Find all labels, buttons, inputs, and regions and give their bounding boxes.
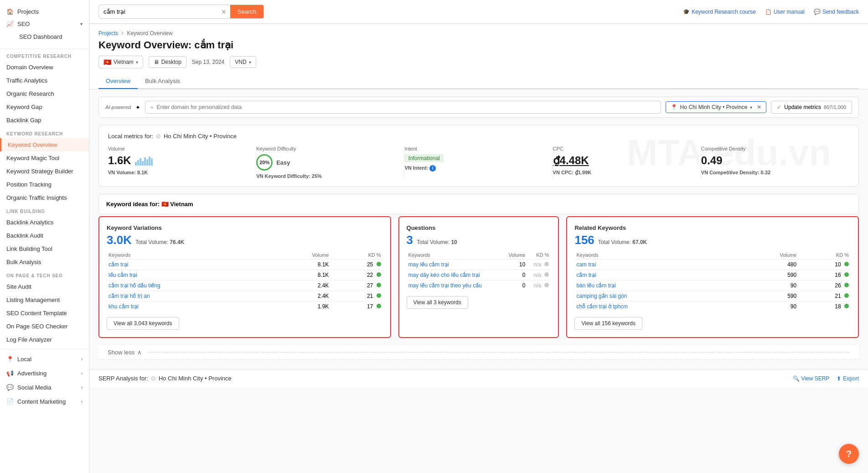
tab-bulk-analysis[interactable]: Bulk Analysis xyxy=(138,74,187,89)
local-chevron-icon: › xyxy=(81,357,83,362)
sidebar-category-content-marketing[interactable]: 📄 Content Marketing › xyxy=(0,395,89,409)
social-icon: 💬 xyxy=(6,384,14,391)
view-all-related-button[interactable]: View all 156 keywords xyxy=(574,317,642,330)
comp-density-sub: VN Competitive Density: 0.32 xyxy=(701,170,840,175)
keyword-cell: lều cắm trại xyxy=(107,270,270,281)
sidebar-item-backlink-analytics[interactable]: Backlink Analytics xyxy=(0,216,89,229)
sidebar-item-organic-insights[interactable]: Organic Traffic Insights xyxy=(0,191,89,204)
ai-star-icon: ✦ xyxy=(135,104,140,111)
keyword-link[interactable]: may lều cắm trại theo yêu cầu xyxy=(408,282,482,289)
sidebar-item-link-building-tool[interactable]: Link Building Tool xyxy=(0,242,89,255)
table-row: bán lều cắm trại 90 26 xyxy=(574,281,851,291)
breadcrumb-separator: > xyxy=(121,30,124,36)
keyword-link[interactable]: may dây kéo cho lều cắm trại xyxy=(408,272,480,278)
keyword-link[interactable]: cắm trại xyxy=(108,261,128,268)
main-content: ✕ Search 🎓 Keyword Research course 📋 Use… xyxy=(89,0,868,473)
advertising-label: Advertising xyxy=(17,370,46,377)
sidebar-item-keyword-magic[interactable]: Keyword Magic Tool xyxy=(0,151,89,165)
variations-table: Keywords Volume KD % cắm trại 8.1K 25 lề… xyxy=(107,251,383,312)
ai-domain-input[interactable] xyxy=(156,104,656,110)
sidebar-item-projects[interactable]: 🏠 Projects xyxy=(6,5,83,18)
related-count-row: 156 Total Volume: 67.0K xyxy=(574,233,851,251)
sidebar-item-keyword-gap[interactable]: Keyword Gap xyxy=(0,100,89,114)
manual-icon: 📋 xyxy=(765,9,772,15)
sidebar-item-site-audit[interactable]: Site Audit xyxy=(0,280,89,293)
sidebar-item-domain-overview[interactable]: Domain Overview xyxy=(0,61,89,74)
country-filter-button[interactable]: 🇻🇳 Vietnam ▾ xyxy=(98,56,143,68)
sidebar-item-log-file-analyzer[interactable]: Log File Analyzer xyxy=(0,333,89,346)
sidebar-category-social-media[interactable]: 💬 Social Media › xyxy=(0,380,89,395)
update-metrics-button[interactable]: ✓ Update metrics 807/1,000 xyxy=(771,101,852,114)
sidebar-item-backlink-audit[interactable]: Backlink Audit xyxy=(0,229,89,242)
keyword-link[interactable]: chỗ cắm trại ở tphcm xyxy=(576,303,628,310)
view-all-questions-button[interactable]: View all 3 keywords xyxy=(407,296,468,309)
volume-cell: 2.4K xyxy=(270,291,331,301)
keyword-cell: may lều cắm trại xyxy=(407,260,502,270)
keyword-cell: cắm trại hồ dầu tiếng xyxy=(107,281,270,291)
breadcrumb-current: Keyword Overview xyxy=(127,30,172,36)
sidebar-item-seo-content-template[interactable]: SEO Content Template xyxy=(0,307,89,320)
organic-insights-label: Organic Traffic Insights xyxy=(6,194,67,201)
keyword-strategy-label: Keyword Strategy Builder xyxy=(6,168,73,175)
sidebar-category-advertising[interactable]: 📢 Advertising › xyxy=(0,366,89,380)
tab-overview[interactable]: Overview xyxy=(98,74,138,89)
search-input[interactable] xyxy=(99,5,217,18)
kd-cell: 10 xyxy=(798,260,851,270)
send-feedback-link[interactable]: 💬 Send feedback xyxy=(814,9,859,15)
sidebar-category-local[interactable]: 📍 Local › xyxy=(0,352,89,366)
sidebar-item-traffic-analytics[interactable]: Traffic Analytics xyxy=(0,74,89,87)
location-tag[interactable]: 📍 Ho Chi Minh City • Province ▾ ✕ xyxy=(666,101,767,113)
user-manual-link[interactable]: 📋 User manual xyxy=(765,9,805,15)
keyword-link[interactable]: lều cắm trại xyxy=(108,272,137,278)
keyword-link[interactable]: cắm trại hồ trị an xyxy=(108,293,150,299)
breadcrumb-projects[interactable]: Projects xyxy=(98,30,118,36)
link-building-tool-label: Link Building Tool xyxy=(6,245,52,252)
backlink-gap-label: Backlink Gap xyxy=(6,117,41,124)
currency-filter-button[interactable]: VND ▾ xyxy=(230,56,256,68)
flag-icon: 🇻🇳 xyxy=(103,58,111,66)
sidebar-item-organic-research[interactable]: Organic Research xyxy=(0,87,89,100)
sidebar-item-keyword-overview[interactable]: Keyword Overview xyxy=(0,138,89,151)
show-less-button[interactable]: Show less ∧ xyxy=(98,345,859,360)
keyword-link[interactable]: cắm trại xyxy=(576,272,596,278)
sidebar-item-on-page-checker[interactable]: On Page SEO Checker xyxy=(0,320,89,333)
volume-cell: 2.4K xyxy=(270,281,331,291)
ai-label: AI-powered xyxy=(105,104,131,110)
help-button[interactable]: ? xyxy=(839,444,859,464)
advertising-chevron-icon: › xyxy=(81,371,83,376)
sidebar-item-keyword-strategy[interactable]: Keyword Strategy Builder xyxy=(0,165,89,178)
sidebar-item-seo-dashboard[interactable]: SEO Dashboard xyxy=(6,30,83,43)
sidebar-item-listing-management[interactable]: Listing Management xyxy=(0,293,89,307)
keyword-link[interactable]: cắm trại hồ dầu tiếng xyxy=(108,282,160,289)
location-clear-button[interactable]: ✕ xyxy=(757,104,761,110)
backlink-analytics-label: Backlink Analytics xyxy=(6,219,53,226)
keyword-link[interactable]: camping gần sài gòn xyxy=(576,293,627,299)
advertising-icon: 📢 xyxy=(6,370,14,377)
keyword-ideas-header: Keyword ideas for: 🇻🇳 Vietnam xyxy=(98,194,859,214)
keyword-link[interactable]: khu cắm trại xyxy=(108,303,139,310)
keyword-research-course-link[interactable]: 🎓 Keyword Research course xyxy=(683,9,756,15)
sidebar-item-backlink-gap[interactable]: Backlink Gap xyxy=(0,114,89,127)
device-filter-button[interactable]: 🖥 Desktop xyxy=(149,56,186,68)
kd-cell: 27 xyxy=(331,281,382,291)
export-link[interactable]: ⬆ Export xyxy=(837,375,859,382)
keyword-overview-label: Keyword Overview xyxy=(8,141,57,148)
metric-intent: Intent Informational VN Intent: i xyxy=(404,146,553,179)
keyword-link[interactable]: cam trai xyxy=(576,261,596,268)
keyword-magic-label: Keyword Magic Tool xyxy=(6,155,59,161)
country-chevron-icon: ▾ xyxy=(136,60,138,65)
kd-cell: 25 xyxy=(331,260,382,270)
view-all-variations-button[interactable]: View all 3,043 keywords xyxy=(107,317,179,330)
sidebar-item-bulk-analysis[interactable]: Bulk Analysis xyxy=(0,255,89,269)
metrics-card: Local metrics for: ⊙ Ho Chi Minh City • … xyxy=(98,125,859,187)
related-title: Related Keywords xyxy=(574,224,851,231)
view-serp-link[interactable]: 🔍 View SERP xyxy=(793,375,830,382)
sidebar-item-position-tracking[interactable]: Position Tracking xyxy=(0,178,89,191)
search-button[interactable]: Search xyxy=(230,5,264,18)
sidebar-item-seo[interactable]: 📈 SEO ▾ xyxy=(6,18,83,30)
kd-dot-icon xyxy=(544,262,549,266)
search-clear-button[interactable]: ✕ xyxy=(217,6,230,17)
keyword-link[interactable]: bán lều cắm trại xyxy=(576,282,615,289)
keyword-link[interactable]: may lều cắm trại xyxy=(408,261,449,268)
volume-cell: 8.1K xyxy=(270,270,331,281)
